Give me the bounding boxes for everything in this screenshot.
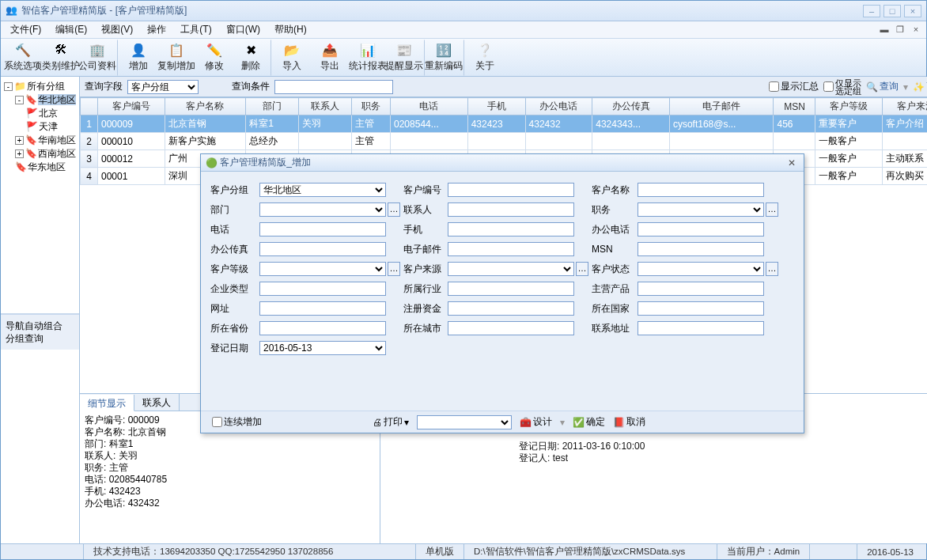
maximize-button[interactable]: □ bbox=[883, 5, 901, 17]
close-button[interactable]: × bbox=[904, 5, 921, 17]
field-contact[interactable] bbox=[448, 202, 574, 217]
dept-more-button[interactable]: … bbox=[388, 202, 400, 217]
cancel-button[interactable]: 📕取消 bbox=[613, 415, 645, 429]
print-button[interactable]: 🖨打印 ▾ bbox=[373, 415, 409, 429]
tool-about[interactable]: ❔关于 bbox=[466, 40, 504, 76]
tool-copy-add[interactable]: 📋复制增加 bbox=[157, 40, 195, 76]
nav-auto-group[interactable]: 导航自动组合 bbox=[6, 320, 74, 332]
grid-header[interactable] bbox=[81, 98, 98, 115]
tab-contact[interactable]: 联系人 bbox=[134, 394, 180, 411]
tree-beijing[interactable]: 🚩北京 bbox=[26, 107, 76, 120]
query-button[interactable]: 🔍查询 bbox=[866, 80, 899, 93]
field-email[interactable] bbox=[448, 242, 574, 256]
field-industry[interactable] bbox=[448, 282, 574, 296]
minimize-button[interactable]: – bbox=[863, 5, 880, 17]
tool-remind-show[interactable]: 📰提醒显示 bbox=[387, 40, 425, 76]
nav-group-query[interactable]: 分组查询 bbox=[6, 332, 74, 345]
grid-header[interactable]: 部门 bbox=[246, 98, 299, 115]
template-select[interactable] bbox=[417, 415, 512, 429]
tool-category-maint[interactable]: 🛠类别维护 bbox=[42, 40, 80, 76]
field-office-tel[interactable] bbox=[638, 222, 764, 236]
state-more-button[interactable]: … bbox=[766, 262, 778, 276]
expand-icon[interactable]: + bbox=[15, 136, 24, 145]
only-selected-checkbox[interactable]: 仅显示 选定组 bbox=[823, 79, 861, 95]
tool-modify[interactable]: ✏️修改 bbox=[195, 40, 233, 76]
level-more-button[interactable]: … bbox=[388, 262, 400, 276]
tree-huanan[interactable]: +🔖华南地区 bbox=[15, 134, 76, 147]
tool-delete[interactable]: ✖删除 bbox=[233, 40, 271, 76]
mdi-minimize[interactable]: ▬ bbox=[877, 25, 891, 36]
grid-header[interactable]: 客户等级 bbox=[815, 98, 883, 115]
table-row[interactable]: 2000010新客户实施总经办主管一般客户 bbox=[81, 133, 928, 150]
field-source[interactable] bbox=[448, 262, 574, 276]
expand-icon[interactable]: - bbox=[4, 82, 13, 91]
field-dept[interactable] bbox=[259, 202, 386, 217]
tool-export[interactable]: 📤导出 bbox=[311, 40, 349, 76]
filter-field-select[interactable]: 客户分组 bbox=[127, 80, 199, 94]
grid-header[interactable]: 电话 bbox=[391, 98, 468, 115]
tool-renumber[interactable]: 🔢重新编码 bbox=[426, 40, 464, 76]
menu-window[interactable]: 窗口(W) bbox=[220, 21, 267, 38]
menu-tool[interactable]: 工具(T) bbox=[174, 21, 218, 38]
tree-tianjin[interactable]: 🚩天津 bbox=[26, 120, 76, 134]
field-province[interactable] bbox=[259, 321, 386, 335]
tab-detail[interactable]: 细节显示 bbox=[80, 395, 134, 411]
field-enterprise-type[interactable] bbox=[259, 282, 386, 296]
mdi-restore[interactable]: ❐ bbox=[893, 25, 907, 36]
show-summary-checkbox[interactable]: 显示汇总 bbox=[769, 80, 819, 93]
grid-header[interactable]: 办公电话 bbox=[525, 98, 592, 115]
tree-root[interactable]: -📁所有分组 -🔖华北地区 🚩北京 🚩天津 +🔖华南地区 +🔖西南地区 🔖华东 bbox=[4, 80, 76, 174]
ok-button[interactable]: ✅确定 bbox=[573, 415, 605, 429]
tree-xinan[interactable]: +🔖西南地区 bbox=[15, 147, 76, 161]
menu-edit[interactable]: 编辑(E) bbox=[49, 21, 93, 38]
field-name[interactable] bbox=[638, 183, 764, 197]
grid-header[interactable]: MSN bbox=[774, 98, 815, 115]
field-capital[interactable] bbox=[448, 301, 574, 316]
field-mobile[interactable] bbox=[448, 222, 574, 236]
expand-icon[interactable]: + bbox=[15, 149, 24, 158]
grid-header[interactable]: 办公传真 bbox=[592, 98, 670, 115]
menu-action[interactable]: 操作 bbox=[141, 21, 172, 38]
grid-header[interactable]: 客户来源 bbox=[883, 98, 927, 115]
grid-header[interactable]: 联系人 bbox=[299, 98, 352, 115]
grid-header[interactable]: 客户编号 bbox=[98, 98, 165, 115]
tool-add[interactable]: 👤增加 bbox=[119, 40, 157, 76]
menu-help[interactable]: 帮助(H) bbox=[268, 21, 313, 38]
menu-file[interactable]: 文件(F) bbox=[4, 21, 47, 38]
grid-header[interactable]: 电子邮件 bbox=[669, 98, 774, 115]
continuous-add-checkbox[interactable]: 连续增加 bbox=[212, 415, 262, 429]
field-state[interactable] bbox=[638, 262, 764, 276]
grid-header[interactable]: 职务 bbox=[351, 98, 390, 115]
field-tel[interactable] bbox=[259, 222, 386, 236]
tool-stat-report[interactable]: 📊统计报表 bbox=[349, 40, 387, 76]
tree-huadong[interactable]: 🔖华东地区 bbox=[15, 161, 76, 174]
expand-icon[interactable]: - bbox=[15, 96, 24, 104]
field-url[interactable] bbox=[259, 301, 386, 316]
field-country[interactable] bbox=[638, 301, 764, 316]
field-msn[interactable] bbox=[638, 242, 764, 256]
filter-cond-input[interactable] bbox=[274, 80, 393, 94]
advanced-button[interactable]: ✨高级 bbox=[913, 80, 927, 93]
grid-header[interactable]: 手机 bbox=[467, 98, 525, 115]
title-more-button[interactable]: … bbox=[766, 202, 778, 217]
tool-import[interactable]: 📂导入 bbox=[273, 40, 311, 76]
menu-view[interactable]: 视图(V) bbox=[95, 21, 139, 38]
design-button[interactable]: 🧰设计 bbox=[520, 415, 552, 429]
tree-huabei[interactable]: -🔖华北地区 🚩北京 🚩天津 bbox=[15, 93, 76, 134]
field-product[interactable] bbox=[638, 282, 764, 296]
field-reg-date[interactable]: 2016-05-13 bbox=[259, 341, 386, 355]
field-office-fax[interactable] bbox=[259, 242, 386, 256]
table-row[interactable]: 1000009北京首钢科室1关羽主管0208544...432423432432… bbox=[81, 115, 928, 133]
group-tree[interactable]: -📁所有分组 -🔖华北地区 🚩北京 🚩天津 +🔖华南地区 +🔖西南地区 🔖华东 bbox=[1, 77, 79, 314]
field-address[interactable] bbox=[638, 321, 764, 335]
mdi-close[interactable]: × bbox=[909, 25, 923, 36]
field-group[interactable]: 华北地区 bbox=[259, 183, 386, 197]
grid-header[interactable]: 客户名称 bbox=[165, 98, 246, 115]
tool-system-options[interactable]: 🔨系统选项 bbox=[4, 40, 42, 76]
tool-company-info[interactable]: 🏢公司资料 bbox=[80, 40, 118, 76]
field-city[interactable] bbox=[448, 321, 574, 335]
field-title[interactable] bbox=[638, 202, 764, 217]
dialog-close-button[interactable]: ✕ bbox=[785, 157, 799, 168]
field-code[interactable] bbox=[448, 183, 574, 197]
field-level[interactable] bbox=[259, 262, 386, 276]
